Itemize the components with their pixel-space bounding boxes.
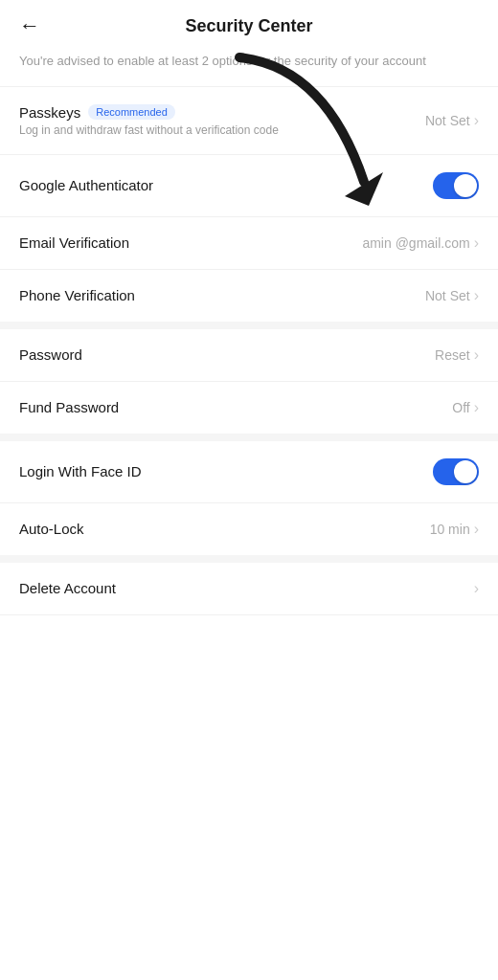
section-divider-3 <box>0 555 498 563</box>
password-right: Reset › <box>435 346 479 364</box>
passkeys-left: Passkeys Recommended Log in and withdraw… <box>19 104 279 137</box>
face-id-row[interactable]: Login With Face ID <box>0 441 498 502</box>
delete-account-chevron: › <box>474 580 479 597</box>
auto-lock-chevron: › <box>474 521 479 538</box>
delete-account-label: Delete Account <box>19 580 116 596</box>
face-id-toggle-knob <box>454 460 477 483</box>
passkeys-row[interactable]: Passkeys Recommended Log in and withdraw… <box>0 87 498 154</box>
passkeys-sublabel: Log in and withdraw fast without a verif… <box>19 123 279 137</box>
phone-verification-row[interactable]: Phone Verification Not Set › <box>0 270 498 322</box>
fund-password-value: Off <box>452 400 469 415</box>
auto-lock-label: Auto-Lock <box>19 521 84 537</box>
auto-lock-right: 10 min › <box>430 521 479 538</box>
password-chevron: › <box>474 346 479 364</box>
password-value: Reset <box>435 347 470 363</box>
section-divider-1 <box>0 322 498 329</box>
section-divider-2 <box>0 434 498 441</box>
email-verification-chevron: › <box>474 234 479 252</box>
password-label: Password <box>19 346 82 363</box>
face-id-toggle[interactable] <box>433 458 479 485</box>
delete-account-row[interactable]: Delete Account › <box>0 563 498 614</box>
password-row[interactable]: Password Reset › <box>0 329 498 381</box>
email-verification-label: Email Verification <box>19 234 129 251</box>
face-id-label: Login With Face ID <box>19 463 142 479</box>
google-auth-row[interactable]: Google Authenticator <box>0 155 498 216</box>
divider-6 <box>0 614 498 615</box>
subtitle-text: You're advised to enable at least 2 opti… <box>0 52 498 86</box>
email-verification-value: amin @gmail.com <box>362 235 469 251</box>
recommended-badge: Recommended <box>88 104 175 120</box>
fund-password-right: Off › <box>452 399 479 416</box>
phone-verification-label: Phone Verification <box>19 287 135 303</box>
passkeys-label-line: Passkeys Recommended <box>19 104 279 121</box>
auto-lock-row[interactable]: Auto-Lock 10 min › <box>0 503 498 555</box>
passkeys-label: Passkeys <box>19 104 80 121</box>
passkeys-chevron: › <box>474 112 479 129</box>
email-verification-right: amin @gmail.com › <box>362 234 479 252</box>
google-auth-toggle-knob <box>454 174 477 197</box>
header: ← Security Center <box>0 0 498 52</box>
google-auth-toggle[interactable] <box>433 172 479 199</box>
page-title: Security Center <box>185 16 312 36</box>
email-verification-row[interactable]: Email Verification amin @gmail.com › <box>0 217 498 269</box>
back-button[interactable]: ← <box>19 15 40 36</box>
fund-password-label: Fund Password <box>19 399 119 415</box>
auto-lock-value: 10 min <box>430 522 470 537</box>
fund-password-row[interactable]: Fund Password Off › <box>0 382 498 434</box>
google-auth-label: Google Authenticator <box>19 177 153 193</box>
delete-account-right: › <box>474 580 479 597</box>
phone-verification-right: Not Set › <box>425 287 479 304</box>
passkeys-right: Not Set › <box>425 112 479 129</box>
phone-verification-value: Not Set <box>425 288 470 303</box>
passkeys-value: Not Set <box>425 113 470 128</box>
phone-verification-chevron: › <box>474 287 479 304</box>
fund-password-chevron: › <box>474 399 479 416</box>
